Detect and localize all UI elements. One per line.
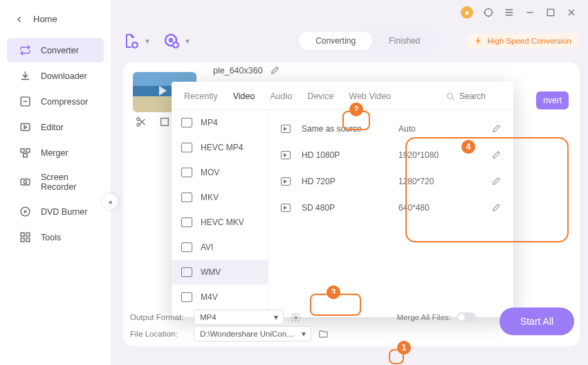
chevron-down-icon: ▾ <box>270 312 282 323</box>
format-label: HEVC MKV <box>201 217 244 227</box>
svg-rect-4 <box>21 149 24 152</box>
tab-finished[interactable]: Finished <box>372 32 437 50</box>
resolution-option[interactable]: SD 480P640*480 <box>277 195 505 221</box>
svg-point-0 <box>485 9 493 17</box>
start-all-button[interactable]: Start All <box>499 308 574 335</box>
option-name: HD 1080P <box>302 150 398 160</box>
svg-point-20 <box>137 123 140 126</box>
convert-button-peek[interactable]: nvert <box>536 91 569 109</box>
popup-tab-device[interactable]: Device <box>307 89 333 104</box>
recorder-icon <box>19 177 31 188</box>
format-icon <box>181 267 192 277</box>
sidebar-item-label: Merger <box>41 148 68 158</box>
format-label: WMV <box>201 267 221 277</box>
output-format-value: MP4 <box>200 313 217 321</box>
format-label: M4V <box>201 292 218 302</box>
option-resolution: 640*480 <box>398 203 475 213</box>
sidebar-item-compressor[interactable]: Compressor <box>7 89 104 114</box>
sidebar-item-converter[interactable]: Converter <box>7 38 104 62</box>
svg-point-22 <box>448 93 453 98</box>
high-speed-label: High Speed Conversion <box>488 37 571 45</box>
edit-icon[interactable] <box>491 124 501 134</box>
sidebar-item-screen-recorder[interactable]: Screen Recorder <box>7 166 104 198</box>
format-item-hevc-mkv[interactable]: HEVC MKV <box>172 210 268 235</box>
collapse-sidebar[interactable]: ◂ <box>102 194 118 209</box>
sidebar-item-downloader[interactable]: Downloader <box>7 64 104 88</box>
popup-tab-recently[interactable]: Recently <box>184 89 218 104</box>
format-item-mkv[interactable]: MKV <box>172 185 268 210</box>
svg-rect-13 <box>21 238 24 242</box>
format-item-mp4[interactable]: MP4 <box>172 110 268 135</box>
format-popup: Recently Video Audio Device Web Video MP… <box>172 82 513 317</box>
svg-point-23 <box>295 316 297 319</box>
sidebar-item-tools[interactable]: Tools <box>7 225 104 249</box>
sidebar-item-editor[interactable]: Editor <box>7 115 104 139</box>
close-icon[interactable] <box>566 7 577 18</box>
file-location-value: D:\Wondershare UniConverter 1 <box>200 330 295 338</box>
format-icon <box>181 217 192 227</box>
svg-rect-12 <box>26 233 30 236</box>
file-location-select[interactable]: D:\Wondershare UniConverter 1 ▾ <box>194 326 311 341</box>
merge-toggle[interactable] <box>457 312 476 322</box>
chevron-down-icon: ▾ <box>298 328 309 339</box>
output-format-select[interactable]: MP4 ▾ <box>194 310 284 325</box>
svg-rect-14 <box>26 238 30 242</box>
resolution-option[interactable]: HD 720P1280*720 <box>277 168 505 195</box>
status-tabs: Converting Finished <box>297 30 439 52</box>
popup-tab-web[interactable]: Web Video <box>349 89 392 104</box>
merge-label: Merge All Files: <box>396 313 451 321</box>
format-icon <box>181 118 192 127</box>
folder-icon[interactable] <box>318 329 329 339</box>
svg-point-8 <box>24 180 26 183</box>
menu-icon[interactable] <box>504 7 515 18</box>
format-list: MP4HEVC MP4MOVMKVHEVC MKVAVIWMVM4V <box>172 110 268 318</box>
add-dvd-button[interactable] <box>163 33 180 49</box>
popup-tab-audio[interactable]: Audio <box>270 89 292 104</box>
sidebar-item-merger[interactable]: Merger <box>7 141 104 165</box>
format-item-hevc-mp4[interactable]: HEVC MP4 <box>172 135 268 160</box>
sidebar-item-label: Editor <box>41 123 64 132</box>
format-icon <box>181 143 192 152</box>
trim-icon[interactable] <box>136 116 147 127</box>
format-search-input[interactable] <box>459 91 501 101</box>
tab-converting[interactable]: Converting <box>299 32 372 50</box>
option-name: Same as source <box>302 124 398 134</box>
resolution-list: Same as sourceAutoHD 1080P1920*1080HD 72… <box>268 110 513 318</box>
chevron-down-icon[interactable]: ▼ <box>144 37 151 45</box>
sidebar-item-label: Tools <box>41 233 61 242</box>
download-icon <box>19 70 31 82</box>
crop-icon[interactable] <box>159 116 170 127</box>
avatar[interactable]: ● <box>461 6 473 19</box>
option-resolution: 1280*720 <box>398 177 475 186</box>
svg-point-10 <box>24 211 26 213</box>
edit-icon[interactable] <box>491 177 501 186</box>
home-nav[interactable]: Home <box>0 7 111 37</box>
maximize-icon[interactable] <box>545 7 556 18</box>
edit-icon[interactable] <box>491 203 501 213</box>
edit-name-icon[interactable] <box>270 66 279 75</box>
sidebar-item-dvd-burner[interactable]: DVD Burner <box>7 199 104 224</box>
resolution-option[interactable]: Same as sourceAuto <box>277 116 505 142</box>
minimize-icon[interactable] <box>524 7 535 18</box>
chevron-down-icon[interactable]: ▼ <box>184 37 191 45</box>
sidebar-item-label: Downloader <box>41 71 87 81</box>
resolution-option[interactable]: HD 1080P1920*1080 <box>277 142 505 168</box>
edit-icon[interactable] <box>491 150 501 160</box>
svg-point-19 <box>137 118 140 121</box>
merger-icon <box>19 147 31 159</box>
format-item-mov[interactable]: MOV <box>172 160 268 185</box>
settings-icon[interactable] <box>291 312 301 323</box>
format-item-avi[interactable]: AVI <box>172 235 268 260</box>
popup-tab-video[interactable]: Video <box>233 89 255 104</box>
format-label: AVI <box>201 242 213 252</box>
format-item-wmv[interactable]: WMV <box>172 260 268 285</box>
support-icon[interactable] <box>483 7 494 18</box>
high-speed-toggle[interactable]: High Speed Conversion <box>466 33 580 48</box>
svg-point-17 <box>169 39 172 42</box>
sidebar: Home Converter Downloader Compressor Edi… <box>0 0 111 365</box>
add-file-button[interactable] <box>123 33 140 49</box>
compress-icon <box>19 96 31 107</box>
option-resolution: 1920*1080 <box>398 150 475 160</box>
play-icon <box>281 177 291 186</box>
lightning-icon <box>474 36 484 46</box>
